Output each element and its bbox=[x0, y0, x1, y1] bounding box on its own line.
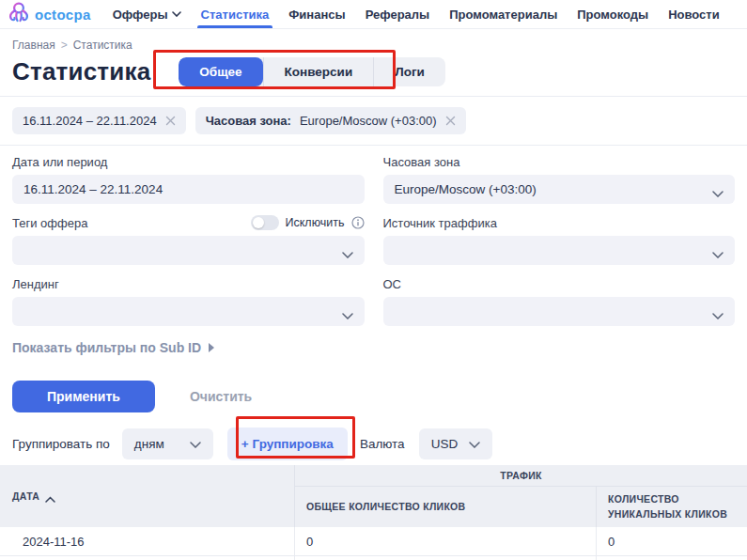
clear-button[interactable]: Очистить bbox=[190, 389, 252, 404]
group-by-select[interactable]: дням bbox=[122, 428, 213, 459]
chevron-down-icon bbox=[712, 186, 724, 193]
breadcrumb: Главная > Статистика bbox=[0, 29, 747, 52]
cell-total-clicks: 0 bbox=[294, 527, 596, 555]
exclude-label: Исключить bbox=[286, 216, 345, 229]
chevron-down-icon bbox=[172, 11, 181, 17]
chevron-down-icon bbox=[469, 437, 480, 451]
field-label: Лендинг bbox=[12, 277, 59, 291]
group-by-label: Группировать по bbox=[12, 437, 110, 451]
breadcrumb-separator: > bbox=[61, 39, 68, 52]
offer-tags-select[interactable] bbox=[12, 236, 365, 265]
chevron-down-icon bbox=[712, 308, 724, 315]
traffic-source-select[interactable] bbox=[383, 236, 736, 265]
breadcrumb-current: Статистика bbox=[73, 39, 132, 52]
close-icon[interactable] bbox=[165, 116, 176, 126]
tab-logs[interactable]: Логи bbox=[373, 57, 445, 86]
field-traffic-source: Источник траффика bbox=[383, 215, 736, 265]
landing-select[interactable] bbox=[12, 297, 365, 326]
grouping-row: Группировать по дням + Группировка Валют… bbox=[0, 412, 747, 460]
nav-item-statistics[interactable]: Статистика bbox=[201, 0, 270, 28]
nav-item-promo-codes[interactable]: Промокоды bbox=[577, 0, 648, 28]
table-row[interactable]: 2024-11-16 0 0 bbox=[0, 527, 747, 556]
field-label: Теги оффера bbox=[12, 216, 87, 230]
logo-text: octocpa bbox=[35, 7, 91, 23]
nav-item-news[interactable]: Новости bbox=[668, 0, 720, 28]
chip-timezone: Часовая зона: Europe/Moscow (+03:00) bbox=[195, 107, 466, 134]
chevron-down-icon bbox=[342, 247, 353, 254]
table-row[interactable] bbox=[0, 556, 747, 560]
cell-unique-clicks: 0 bbox=[596, 527, 747, 555]
logo[interactable]: octocpa bbox=[8, 0, 93, 28]
currency-label: Валюта bbox=[360, 437, 405, 451]
table-header: ДАТА ТРАФИК ОБЩЕЕ КОЛИЧЕСТВО КЛИКОВ КОЛИ… bbox=[0, 465, 747, 527]
timezone-select[interactable]: Europe/Moscow (+03:00) bbox=[383, 175, 736, 204]
date-period-input[interactable]: 16.11.2024 – 22.11.2024 bbox=[12, 175, 365, 204]
page-title: Статистика bbox=[12, 57, 150, 86]
field-date-period: Дата или период 16.11.2024 – 22.11.2024 bbox=[12, 154, 365, 204]
show-subid-filters-link[interactable]: Показать фильтры по Sub ID bbox=[12, 340, 201, 355]
nav-item-referrals[interactable]: Рефералы bbox=[366, 0, 430, 28]
tab-general[interactable]: Общее bbox=[179, 57, 262, 86]
field-timezone: Часовая зона Europe/Moscow (+03:00) bbox=[383, 154, 736, 204]
field-label: ОС bbox=[383, 277, 402, 291]
field-offer-tags: Теги оффера Исключить bbox=[12, 215, 365, 265]
info-icon[interactable] bbox=[351, 216, 365, 229]
field-label: Часовая зона bbox=[383, 155, 460, 169]
column-group-header-traffic: ТРАФИК bbox=[294, 465, 747, 487]
statistics-tabs: Общее Конверсии Логи bbox=[179, 57, 445, 86]
nav-item-offers[interactable]: Офферы bbox=[113, 0, 181, 28]
top-navigation: octocpa Офферы Статистика Финансы Рефера… bbox=[0, 0, 747, 29]
close-icon[interactable] bbox=[445, 116, 456, 126]
field-label: Источник траффика bbox=[383, 216, 497, 230]
chevron-down-icon bbox=[190, 437, 201, 451]
cell-date: 2024-11-16 bbox=[0, 527, 294, 555]
tab-conversions[interactable]: Конверсии bbox=[263, 57, 374, 86]
chevron-down-icon bbox=[712, 247, 724, 254]
chip-date-range: 16.11.2024 – 22.11.2024 bbox=[12, 107, 186, 134]
active-filter-chips: 16.11.2024 – 22.11.2024 Часовая зона: Eu… bbox=[0, 97, 747, 145]
add-grouping-button[interactable]: + Группировка bbox=[227, 428, 348, 460]
chevron-down-icon bbox=[342, 308, 353, 315]
os-select[interactable] bbox=[383, 297, 736, 326]
currency-select[interactable]: USD bbox=[419, 428, 492, 459]
statistics-table: ДАТА ТРАФИК ОБЩЕЕ КОЛИЧЕСТВО КЛИКОВ КОЛИ… bbox=[0, 465, 747, 560]
nav-item-promo-materials[interactable]: Промоматериалы bbox=[449, 0, 557, 28]
expand-arrow-icon[interactable] bbox=[209, 343, 214, 352]
breadcrumb-home[interactable]: Главная bbox=[12, 39, 55, 52]
column-header-total-clicks: ОБЩЕЕ КОЛИЧЕСТВО КЛИКОВ bbox=[294, 487, 596, 527]
apply-button[interactable]: Применить bbox=[12, 381, 155, 412]
column-header-date[interactable]: ДАТА bbox=[0, 465, 294, 527]
field-landing: Лендинг bbox=[12, 276, 365, 326]
field-label: Дата или период bbox=[12, 155, 107, 169]
column-header-unique-clicks: КОЛИЧЕСТВО УНИКАЛЬНЫХ КЛИКОВ bbox=[596, 487, 747, 527]
nav-item-finances[interactable]: Финансы bbox=[288, 0, 345, 28]
sort-asc-icon bbox=[45, 493, 55, 500]
octopus-logo-icon bbox=[8, 1, 30, 27]
subid-filters-row: Показать фильтры по Sub ID bbox=[0, 326, 747, 355]
actions-row: Применить Очистить bbox=[0, 355, 747, 412]
field-os: ОС bbox=[383, 276, 736, 326]
filters-form: Дата или период 16.11.2024 – 22.11.2024 … bbox=[0, 146, 747, 326]
title-row: Статистика Общее Конверсии Логи bbox=[0, 52, 747, 96]
exclude-toggle[interactable] bbox=[251, 215, 279, 230]
